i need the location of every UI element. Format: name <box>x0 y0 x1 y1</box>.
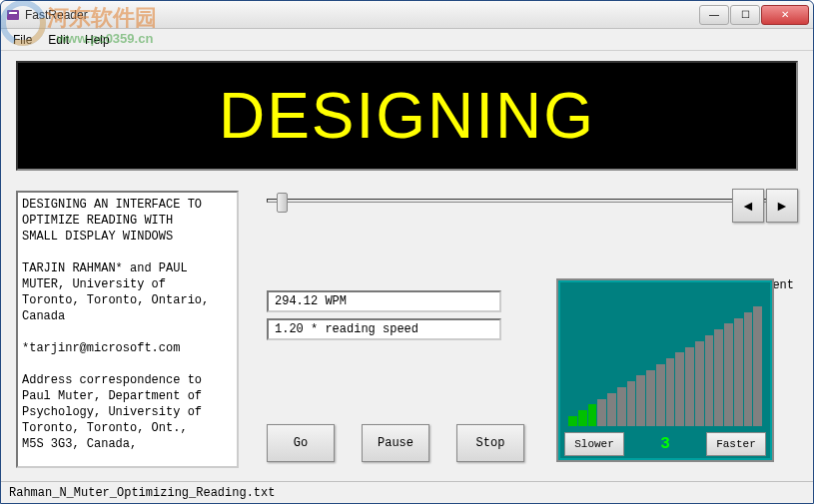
current-word: DESIGNING <box>219 79 595 153</box>
minimize-button[interactable]: — <box>699 5 729 25</box>
window-controls: — ☐ ✕ <box>699 5 809 25</box>
faster-button[interactable]: Faster <box>706 432 766 456</box>
speed-bar <box>578 410 587 426</box>
window-title: FastReader <box>25 8 699 22</box>
speed-bar <box>617 387 626 426</box>
speed-bar <box>597 399 606 426</box>
app-window: 河东软件园 www.pc0359.cn FastReader — ☐ ✕ Fil… <box>0 0 814 504</box>
menu-file[interactable]: File <box>5 31 40 49</box>
speed-bar <box>685 347 694 426</box>
speed-visualizer: Slower 3 Faster <box>556 278 774 462</box>
lower-panel: DESIGNING AN INTERFACE TO OPTIMIZE READI… <box>16 191 798 468</box>
svg-rect-4 <box>7 10 19 20</box>
maximize-button[interactable]: ☐ <box>730 5 760 25</box>
speed-bar <box>627 381 636 426</box>
arrow-left-icon: ◄ <box>741 198 755 214</box>
speed-bar <box>753 306 762 426</box>
stop-button[interactable]: Stop <box>456 424 524 462</box>
speed-readout: 1.20 * reading speed <box>267 318 501 340</box>
speed-bar <box>734 318 743 426</box>
menubar: File Edit Help <box>1 29 813 51</box>
next-button[interactable]: ► <box>766 189 798 223</box>
speed-bar <box>656 364 665 426</box>
position-slider-track[interactable] <box>267 199 792 203</box>
speed-bar <box>646 370 655 426</box>
speed-bar <box>568 416 577 426</box>
status-filename: Rahman_N_Muter_Optimizing_Reading.txt <box>9 486 275 500</box>
speed-bar <box>705 335 714 426</box>
statusbar: Rahman_N_Muter_Optimizing_Reading.txt <box>1 481 813 503</box>
speed-bar <box>636 375 645 426</box>
controls-column: ◄ ► 0 percent 294.12 WPM 1.20 * reading … <box>247 191 798 468</box>
menu-help[interactable]: Help <box>77 31 118 49</box>
svg-rect-5 <box>9 12 17 14</box>
titlebar: FastReader — ☐ ✕ <box>1 1 813 29</box>
go-button[interactable]: Go <box>267 424 335 462</box>
close-button[interactable]: ✕ <box>761 5 809 25</box>
speed-bar <box>695 341 704 426</box>
app-icon <box>5 7 21 23</box>
content-area: DESIGNING DESIGNING AN INTERFACE TO OPTI… <box>1 51 813 481</box>
wpm-readout: 294.12 WPM <box>267 290 501 312</box>
nav-arrows: ◄ ► <box>732 189 798 223</box>
slower-button[interactable]: Slower <box>564 432 624 456</box>
speed-bar <box>724 323 733 426</box>
arrow-right-icon: ► <box>775 198 789 214</box>
speed-bar <box>714 329 723 426</box>
word-display-panel: DESIGNING <box>16 61 798 171</box>
action-buttons: Go Pause Stop <box>267 424 524 462</box>
speed-bar <box>666 358 675 426</box>
position-slider-thumb[interactable] <box>277 193 288 213</box>
speed-bar <box>675 352 684 426</box>
speed-controls: Slower 3 Faster <box>564 432 766 456</box>
speed-bar <box>744 312 753 426</box>
prev-button[interactable]: ◄ <box>732 189 764 223</box>
speed-bar <box>588 404 597 426</box>
menu-edit[interactable]: Edit <box>40 31 77 49</box>
speed-level: 3 <box>660 435 670 453</box>
source-text-panel[interactable]: DESIGNING AN INTERFACE TO OPTIMIZE READI… <box>16 191 239 468</box>
pause-button[interactable]: Pause <box>362 424 429 462</box>
speed-bar <box>607 393 616 426</box>
speed-bars <box>568 306 762 426</box>
